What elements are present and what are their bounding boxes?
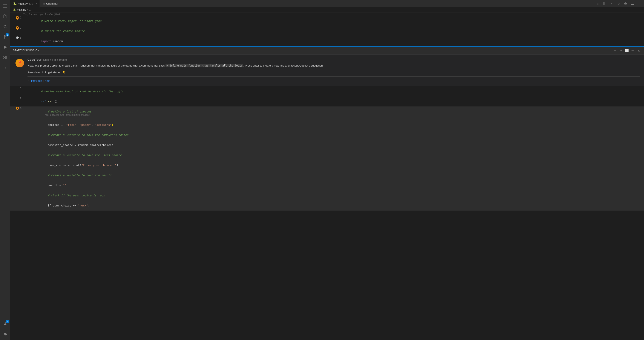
git-inline-blame: You, 1 second ago • Uncommitted changes <box>44 114 90 116</box>
code-content-3: import random <box>23 36 644 46</box>
menu-icon[interactable] <box>1 2 10 10</box>
tour-next-keyword: Next <box>36 71 41 74</box>
go-back-btn[interactable] <box>609 1 615 7</box>
breadcrumb: 🐍 main.py > ... <box>10 7 644 12</box>
timeline-btn[interactable] <box>622 1 628 7</box>
tour-step: Step #4 of 6 (main) <box>43 58 67 61</box>
code-line-12[interactable]: result = "" <box>10 180 644 190</box>
panel-edit-btn[interactable]: ✏ <box>630 48 636 53</box>
tab-bar: 🐍 main.py 1, M × ≡ CodeTour ▷ <box>10 0 644 7</box>
main-content: 🐍 main.py 1, M × ≡ CodeTour ▷ <box>10 0 644 340</box>
run-split-btn[interactable]: ▷ <box>595 1 601 7</box>
main-py-tab[interactable]: 🐍 main.py 1, M × <box>10 0 40 7</box>
settings-icon[interactable] <box>1 330 10 338</box>
code-line-14[interactable]: if user_choice == "rock": <box>10 200 644 211</box>
panel-prev-btn[interactable]: ← <box>612 48 617 53</box>
panel-actions: ← → ⬜ ✏ ∧ <box>612 48 642 53</box>
panel-content: 📍 CodeTour Step #4 of 6 (main) Now, let'… <box>10 54 644 86</box>
upper-code-section: You, 1 second ago | 1 author (You) 1 # w… <box>10 12 644 46</box>
run-icon[interactable] <box>1 43 10 51</box>
panel-collapse-btn[interactable]: ∧ <box>636 48 642 53</box>
code-line-8[interactable]: computer_choice = random.choice(choices) <box>10 140 644 150</box>
account-icon[interactable]: 1 <box>1 319 10 328</box>
svg-rect-11 <box>5 58 7 59</box>
code-line-4[interactable]: 4 # define main function that handles al… <box>10 86 644 96</box>
code-content-6: # define a list of choices You, 1 second… <box>23 106 644 120</box>
go-forward-btn[interactable] <box>616 1 622 7</box>
line-gutter-4: 4 <box>10 86 23 89</box>
code-line-6[interactable]: 6 # define a list of choices You, 1 seco… <box>10 106 644 120</box>
tour-divider <box>28 76 640 77</box>
line-gutter-3: 💬 3 <box>10 36 23 39</box>
svg-rect-1 <box>3 6 7 6</box>
python-icon: 🐍 <box>13 2 16 5</box>
activity-bar-bottom: 1 <box>1 319 10 338</box>
svg-point-3 <box>4 25 6 27</box>
more-actions-btn[interactable]: ··· <box>636 1 642 7</box>
activity-bar: 2 1 <box>0 0 10 340</box>
svg-rect-8 <box>4 56 5 57</box>
code-content-6b: choices = ["rock", "paper", "scissors"] <box>23 120 644 130</box>
comment-icon-3: 💬 <box>16 36 19 39</box>
code-line-7[interactable]: # create a variable to hold the computer… <box>10 130 644 140</box>
code-line-10[interactable]: user_choice = input("Enter your choice: … <box>10 160 644 170</box>
code-line-9[interactable]: # create a variable to hold the users ch… <box>10 150 644 160</box>
code-line-11[interactable]: # create a variable to hold the result <box>10 170 644 180</box>
line-gutter-1: 1 <box>10 16 23 19</box>
breadcrumb-more[interactable]: ... <box>29 8 32 11</box>
source-control-icon[interactable]: 2 <box>1 33 10 41</box>
code-content-11: # create a variable to hold the result <box>23 170 644 180</box>
code-content-4: # define main function that handles all … <box>23 86 644 96</box>
svg-point-13 <box>5 68 6 69</box>
account-badge: 1 <box>6 320 9 323</box>
map-pin-icon-1 <box>16 16 19 19</box>
explorer-icon[interactable] <box>1 12 10 21</box>
toggle-panel-btn[interactable] <box>630 1 636 7</box>
svg-rect-16 <box>603 2 605 5</box>
svg-line-4 <box>6 27 7 28</box>
search-icon[interactable] <box>1 22 10 31</box>
code-line-6b[interactable]: choices = ["rock", "paper", "scissors"] <box>10 120 644 130</box>
code-content-12: result = "" <box>23 180 644 190</box>
code-content-1: # write a rock, paper, scissors game <box>23 16 644 26</box>
panel-expand-btn[interactable]: ⬜ <box>624 48 630 53</box>
prev-link[interactable]: Previous <box>31 79 42 82</box>
breadcrumb-separator: > <box>27 8 28 11</box>
svg-rect-17 <box>605 2 606 5</box>
panel-header: Start discussion ← → ⬜ ✏ ∧ <box>10 47 644 54</box>
nav-separator: | <box>43 79 44 82</box>
extensions-icon[interactable] <box>1 53 10 62</box>
tour-body: CodeTour Step #4 of 6 (main) Now, let's … <box>28 58 640 82</box>
svg-point-14 <box>5 70 6 70</box>
code-line-3[interactable]: 💬 3 import random <box>10 36 644 46</box>
map-pin-icon-2 <box>16 26 19 29</box>
code-line-1[interactable]: 1 # write a rock, paper, scissors game <box>10 16 644 26</box>
close-tab-icon[interactable]: × <box>36 2 37 5</box>
tour-description: Now, let's prompt Copilot to create a ma… <box>28 64 640 68</box>
panel-next-btn[interactable]: → <box>618 48 623 53</box>
editor-area: You, 1 second ago | 1 author (You) 1 # w… <box>10 12 644 340</box>
git-blame: You, 1 second ago | 1 author (You) <box>10 12 644 16</box>
svg-point-5 <box>4 35 5 36</box>
codetour-panel: Start discussion ← → ⬜ ✏ ∧ 📍 CodeTour St… <box>10 46 644 86</box>
code-line-2[interactable]: 2 # import the random module <box>10 26 644 36</box>
breadcrumb-filename[interactable]: main.py <box>17 8 26 11</box>
code-content-7: # create a variable to hold the computer… <box>23 130 644 140</box>
codetour-tab[interactable]: ≡ CodeTour <box>40 0 62 7</box>
line-gutter-2: 2 <box>10 26 23 29</box>
svg-rect-10 <box>4 58 5 59</box>
tour-press: Press Next to to get started 👇 <box>28 71 640 74</box>
map-pin-icon-6 <box>16 106 19 110</box>
line-gutter-5: 5 <box>10 96 23 99</box>
more-icon[interactable] <box>1 64 10 73</box>
svg-rect-2 <box>3 7 7 7</box>
svg-point-6 <box>4 37 5 38</box>
code-line-13[interactable]: # check if the user choice is rock <box>10 190 644 200</box>
split-editor-btn[interactable] <box>602 1 608 7</box>
next-link[interactable]: Next <box>44 79 50 82</box>
prev-arrow: ← <box>28 79 30 82</box>
tour-avatar-icon: 📍 <box>16 59 24 67</box>
code-line-5[interactable]: 5 def main(): <box>10 96 644 106</box>
tour-avatar: 📍 <box>14 58 25 68</box>
lower-code-section: 4 # define main function that handles al… <box>10 86 644 340</box>
